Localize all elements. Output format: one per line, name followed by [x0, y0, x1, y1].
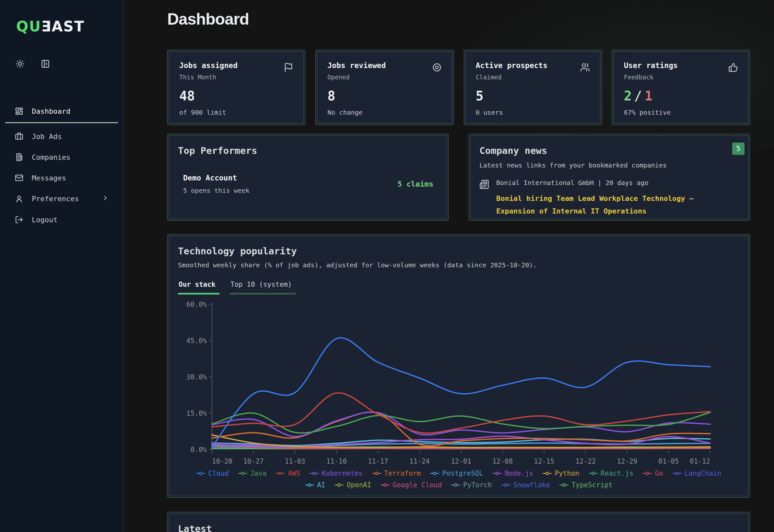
- sidebar-item-label: Companies: [32, 153, 70, 161]
- legend-marker-icon: [559, 483, 569, 487]
- thumbs-up-icon: [728, 63, 738, 72]
- news-count-badge: 5: [732, 143, 745, 155]
- stat-caption: 67% positive: [624, 109, 738, 116]
- x-tick-label: 12-22: [575, 457, 596, 465]
- y-tick-label: 30.0%: [186, 373, 207, 381]
- sidebar-item-label: Messages: [32, 174, 66, 182]
- y-tick-label: 0.0%: [190, 446, 207, 454]
- main-content: Dashboard Jobs assigned This Month 48 of…: [123, 0, 774, 532]
- newspaper-icon: [480, 179, 489, 189]
- sidebar-item-label: Job Ads: [32, 133, 62, 141]
- briefcase-icon: [15, 132, 23, 141]
- x-tick-label: 11-17: [368, 457, 388, 465]
- sidebar-item-dashboard[interactable]: Dashboard: [0, 101, 123, 121]
- sidebar: QUƎAST Dashboard Job Ads Companies Messa…: [0, 0, 123, 532]
- stat-value-ratings: 2/1: [624, 88, 738, 103]
- legend-item-python[interactable]: Python: [542, 469, 579, 477]
- sidebar-collapse-button[interactable]: [41, 59, 50, 70]
- stat-title: Active prospects: [476, 61, 548, 70]
- legend-item-openai[interactable]: OpenAI: [334, 481, 371, 489]
- legend-marker-icon: [588, 471, 598, 476]
- tab-our-stack[interactable]: Our stack: [178, 281, 219, 295]
- latest-title: Latest: [178, 523, 739, 532]
- legend-item-typescript[interactable]: TypeScript: [559, 481, 612, 489]
- legend-label: AI: [317, 481, 325, 489]
- legend-marker-icon: [372, 471, 381, 476]
- legend-item-google-cloud[interactable]: Google Cloud: [380, 481, 442, 489]
- legend-marker-icon: [334, 483, 344, 487]
- sidebar-item-job-ads[interactable]: Job Ads: [0, 126, 123, 147]
- stat-card-active-prospects: Active prospects Claimed 5 0 users: [464, 50, 602, 125]
- legend-item-node-js[interactable]: Node.js: [492, 469, 534, 477]
- legend-item-aws[interactable]: AWS: [275, 469, 300, 477]
- stat-subtitle: Feedback: [624, 74, 678, 81]
- stat-subtitle: Opened: [327, 74, 386, 81]
- dashboard-icon: [15, 107, 23, 115]
- news-headline-link[interactable]: Bonial hiring Team Lead Workplace Techno…: [496, 192, 710, 217]
- sidebar-item-label: Preferences: [32, 195, 79, 203]
- legend-item-postgresql[interactable]: PostgreSQL: [430, 469, 483, 477]
- legend-item-ai[interactable]: AI: [305, 481, 325, 489]
- legend-item-java[interactable]: Java: [238, 469, 267, 477]
- x-tick-label: 11-03: [285, 457, 305, 465]
- x-tick-label: 11-24: [410, 457, 430, 465]
- theme-toggle-button[interactable]: [16, 59, 25, 70]
- legend-label: React.js: [601, 469, 633, 477]
- legend-marker-icon: [672, 471, 682, 476]
- news-meta-separator: |: [598, 179, 602, 187]
- legend-marker-icon: [451, 483, 461, 487]
- active-item-divider: [5, 122, 118, 123]
- legend-label: OpenAI: [346, 481, 371, 489]
- x-tick-label: 10-20: [212, 457, 232, 465]
- sidebar-item-preferences[interactable]: Preferences: [0, 188, 123, 209]
- y-tick-label: 45.0%: [186, 337, 207, 345]
- legend-item-kubernetes[interactable]: Kubernetes: [309, 469, 362, 477]
- legend-marker-icon: [430, 471, 440, 476]
- sidebar-nav: Dashboard Job Ads Companies Messages Pre…: [0, 101, 123, 230]
- legend-marker-icon: [305, 483, 314, 487]
- legend-label: Terraform: [384, 469, 421, 477]
- sidebar-item-label: Logout: [32, 216, 57, 224]
- tab-top-10-system[interactable]: Top 10 (system): [230, 281, 296, 295]
- legend-item-langchain[interactable]: LangChain: [672, 469, 722, 477]
- stats-row: Jobs assigned This Month 48 of 900 limit…: [167, 50, 750, 125]
- user-icon: [15, 195, 23, 203]
- legend-item-pytorch[interactable]: PyTorch: [451, 481, 492, 489]
- legend-label: AWS: [288, 469, 300, 477]
- sidebar-item-logout[interactable]: Logout: [0, 209, 123, 230]
- stat-card-user-ratings: User ratings Feedback 2/1 67% positive: [612, 50, 750, 125]
- legend-item-terraform[interactable]: Terraform: [372, 469, 421, 477]
- stat-title: Jobs reviewed: [327, 61, 386, 70]
- target-icon: [432, 63, 442, 72]
- mail-icon: [15, 174, 23, 182]
- performer-row: Demo Account 5 opens this week 5 claims: [178, 174, 438, 194]
- company-news-subtitle: Latest news links from your bookmarked c…: [480, 161, 739, 169]
- stat-caption: 0 users: [476, 109, 590, 116]
- legend-marker-icon: [542, 471, 552, 476]
- chevron-right-icon: [102, 194, 109, 202]
- y-tick-label: 60.0%: [186, 301, 207, 308]
- legend-label: Kubernetes: [321, 469, 362, 477]
- sidebar-item-companies[interactable]: Companies: [0, 147, 123, 168]
- legend-item-snowflake[interactable]: Snowflake: [501, 481, 550, 489]
- stat-subtitle: This Month: [179, 74, 237, 81]
- stat-title: Jobs assigned: [179, 61, 237, 70]
- legend-marker-icon: [501, 483, 511, 487]
- brand-logo-primary: QU: [16, 18, 41, 35]
- sidebar-item-label: Dashboard: [32, 107, 70, 115]
- legend-item-react-js[interactable]: React.js: [588, 469, 633, 477]
- panel-collapse-icon: [41, 59, 50, 68]
- sidebar-item-messages[interactable]: Messages: [0, 168, 123, 188]
- legend-marker-icon: [275, 471, 285, 476]
- legend-item-cloud[interactable]: Cloud: [196, 469, 228, 477]
- negative-count: 1: [645, 88, 653, 103]
- x-tick-label: 01-05: [658, 457, 679, 465]
- legend-label: Google Cloud: [393, 481, 442, 489]
- legend-label: PostgreSQL: [442, 469, 483, 477]
- legend-item-go[interactable]: Go: [642, 469, 663, 477]
- ratings-separator: /: [632, 88, 645, 103]
- legend-label: LangChain: [685, 469, 722, 477]
- stat-caption: No change: [327, 109, 442, 116]
- legend-marker-icon: [309, 471, 319, 476]
- news-time: 20 days ago: [606, 179, 648, 187]
